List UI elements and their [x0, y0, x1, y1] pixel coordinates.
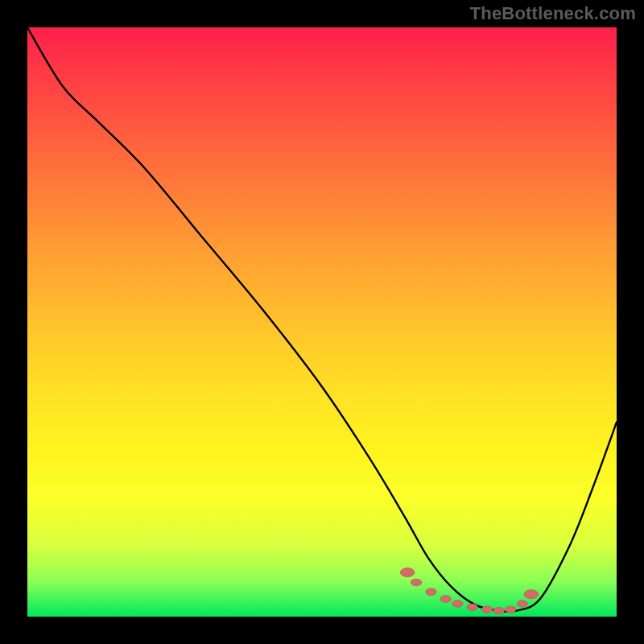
optimal-marker [506, 606, 516, 613]
watermark-text: TheBottleneck.com [470, 3, 636, 24]
optimal-marker [517, 601, 527, 607]
optimal-marker [426, 588, 436, 595]
curve-group [27, 27, 617, 612]
optimal-marker [467, 604, 477, 610]
chart-frame: TheBottleneck.com [0, 0, 644, 644]
optimal-marker [481, 606, 492, 613]
optimal-marker [452, 601, 463, 607]
optimal-marker [524, 590, 539, 599]
plot-area [27, 27, 617, 617]
bottleneck-chart-svg [27, 27, 617, 617]
optimal-marker [411, 579, 421, 585]
optimal-marker [493, 607, 504, 613]
bottleneck-curve [27, 27, 617, 612]
optimal-marker [440, 596, 451, 602]
optimal-range-markers [400, 568, 538, 614]
optimal-marker [400, 568, 415, 577]
